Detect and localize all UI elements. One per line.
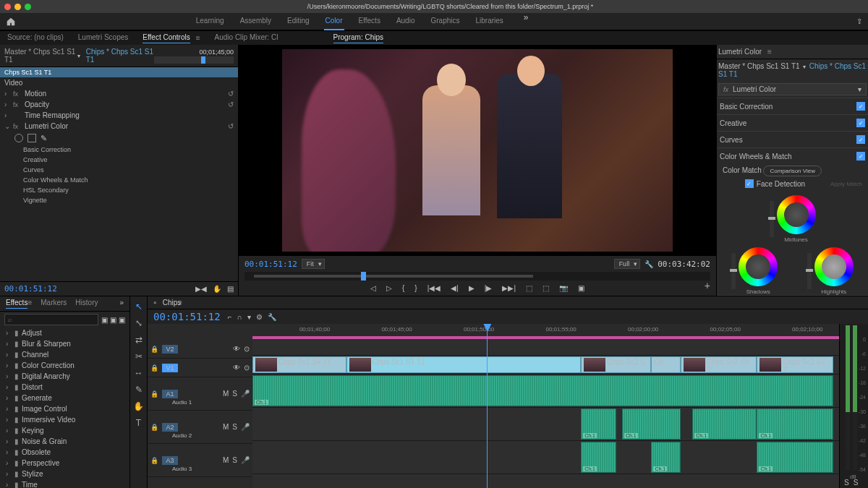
reset-icon[interactable]: ↺ [228,122,234,130]
chevron-down-icon[interactable]: ▾ [77,53,80,59]
track-a2[interactable]: Ch.1 Ch.1 Ch.1 Ch.1 [252,408,839,441]
track-v2-header[interactable]: 🔒V2👁⊙ [148,340,252,359]
lum-cwm[interactable]: Color Wheels & Match [0,175,238,185]
ws-color[interactable]: Color [324,12,344,30]
folder-perspective[interactable]: ›▮Perspective [0,458,129,468]
folder-time[interactable]: ›▮Time [0,479,129,488]
apply-match-button[interactable]: Apply Match [830,181,862,187]
fx-lumetri-color[interactable]: ⌄fxLumetri Color↺ [0,121,238,132]
full-dropdown[interactable]: Full [614,259,641,269]
preset-3-icon[interactable]: ▣ [119,316,125,324]
step-back-icon[interactable]: |◀◀ [427,284,441,292]
audioclip-a3-1[interactable]: Ch.1 [581,442,616,473]
program-scrubber[interactable] [244,272,710,281]
track-v1-header[interactable]: 🔒V1👁⊙ [148,359,252,377]
razor-tool-icon[interactable]: ✂ [133,351,145,362]
folder-color-correction[interactable]: ›▮Color Correction [0,360,129,371]
monitor-viewport[interactable] [239,45,716,256]
go-out-icon[interactable]: } [414,284,417,292]
home-icon[interactable] [6,17,16,27]
clip-v1-2[interactable]: Chps Sc1 S1 T1 [346,356,581,373]
type-tool-icon[interactable]: T [133,417,145,429]
audioclip-a2-1[interactable]: Ch.1 [581,408,616,440]
playhead-icon[interactable] [361,272,366,281]
lock-icon[interactable]: 🔒 [150,346,158,353]
lum-creative[interactable]: Creative [0,155,238,165]
track-v2[interactable] [252,337,839,356]
audioclip-a2-4[interactable]: Ch.1 [757,408,833,440]
marker-icon[interactable]: ▾ [247,313,251,321]
toggle-output-icon[interactable]: 👁 [233,364,240,372]
settings-icon[interactable]: ▤ [227,285,234,293]
shadows-slider[interactable] [731,253,736,289]
folder-image-control[interactable]: ›▮Image Control [0,403,129,414]
selection-tool-icon[interactable]: ↖ [133,301,145,312]
lock-icon[interactable]: 🔒 [150,390,158,398]
wrench-icon[interactable]: 🔧 [644,260,653,268]
ws-libraries[interactable]: Libraries [474,12,504,30]
program-left-tc[interactable]: 00:01:51:12 [244,260,297,269]
timeline-tc[interactable]: 00:01:51:12 [153,311,221,322]
section-curves[interactable]: Curves✓ [717,131,868,147]
folder-noise-grain[interactable]: ›▮Noise & Grain [0,436,129,447]
panel-menu-icon[interactable]: ≡ [196,34,200,42]
comparison-view-button[interactable]: Comparison View [763,166,822,176]
close-window[interactable] [4,4,11,10]
highlights-slider[interactable] [807,253,812,289]
lumetri-effect-dropdown[interactable]: Lumetri Color [718,83,867,95]
track-a1[interactable]: Ch.1 [252,374,839,408]
play-icon[interactable]: ▶ [469,284,475,292]
ws-assembly[interactable]: Assembly [239,12,273,30]
track-select-tool-icon[interactable]: ⤡ [133,317,145,329]
timeline-playhead[interactable] [487,324,488,488]
solo-l[interactable]: S [844,479,849,487]
pen-tool-icon[interactable]: ✎ [133,384,145,395]
section-creative[interactable]: Creative✓ [717,114,868,131]
panel-menu-icon[interactable]: ≡ [767,48,772,56]
overflow-icon[interactable]: » [119,299,124,309]
ellipse-mask-icon[interactable] [14,134,23,142]
midtones-slider[interactable] [770,201,774,237]
ws-editing[interactable]: Editing [286,12,311,30]
folder-immersive-video[interactable]: ›▮Immersive Video [0,414,129,425]
pan-tool-icon[interactable]: ✋ [213,285,221,293]
slip-tool-icon[interactable]: ↔ [133,367,145,379]
checkbox-on-icon[interactable]: ✓ [745,179,754,188]
minimize-window[interactable] [14,4,21,10]
checkbox-on-icon[interactable]: ✓ [856,102,865,111]
export-frame-icon[interactable]: 📷 [559,284,568,292]
tab-audio-mixer[interactable]: Audio Clip Mixer: Cl [215,33,278,43]
mark-out-icon[interactable]: ▷ [386,284,392,292]
wrench-icon[interactable]: 🔧 [268,313,276,321]
toggle-output-icon[interactable]: 👁 [233,345,240,353]
audioclip-a2-2[interactable]: Ch.1 [622,408,681,440]
step-fwd-icon[interactable]: ▶▶| [502,284,516,292]
track-v1[interactable]: Chps Sc1 S4 T1 Chps Sc1 S1 T1 Chps Sc2 S… [252,356,839,374]
lum-curves[interactable]: Curves [0,165,238,175]
ec-foot-tc[interactable]: 00:01:51:12 [4,284,57,294]
lock-icon[interactable]: 🔒 [150,424,158,431]
track-a1-header[interactable]: 🔒A1MS🎤Audio 1 [148,377,252,411]
mic-icon[interactable]: 🎤 [241,423,250,431]
clip-v1-1[interactable]: Chps Sc1 S4 T1 [252,356,346,373]
time-ruler[interactable]: 00;01;40;0000;01;45;0000;01;50;0000;01;5… [252,324,839,337]
checkbox-on-icon[interactable]: ✓ [856,152,865,160]
button-editor-icon[interactable]: + [705,280,710,291]
fx-time-remapping[interactable]: ›Time Remapping [0,110,238,121]
snap-icon[interactable]: ⌐ [228,313,232,321]
ws-learning[interactable]: Learning [195,12,226,30]
extract-icon[interactable]: ⬚ [542,284,549,292]
folder-stylize[interactable]: ›▮Stylize [0,468,129,479]
frame-back-icon[interactable]: ◀| [451,284,459,292]
seq-close-icon[interactable]: × [153,299,157,306]
tab-source[interactable]: Source: (no clips) [7,33,64,43]
folder-adjust[interactable]: ›▮Adjust [0,328,129,338]
folder-obsolete[interactable]: ›▮Obsolete [0,447,129,458]
ec-clip-bar[interactable]: Chps Sc1 S1 T1 [0,67,238,77]
folder-digital-anarchy[interactable]: ›▮Digital Anarchy [0,371,129,382]
tab-markers[interactable]: Markers [41,299,67,309]
ec-clip-label[interactable]: Chips * Chps Sc1 S1 T1 [86,48,154,64]
ws-effects[interactable]: Effects [357,12,382,30]
tab-history[interactable]: History [75,299,98,309]
checkbox-on-icon[interactable]: ✓ [856,135,865,144]
